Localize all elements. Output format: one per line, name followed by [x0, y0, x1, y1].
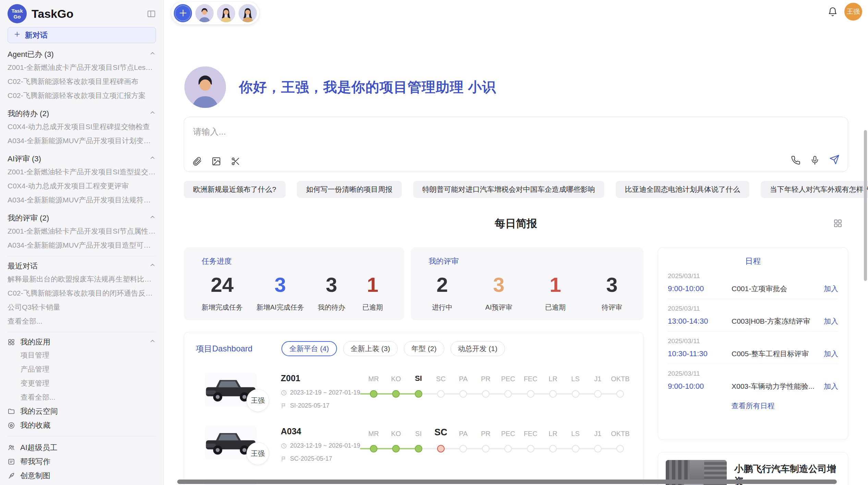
dashboard-tab[interactable]: 全新平台 (4): [281, 341, 337, 356]
stat: 3AI预评审: [485, 273, 513, 312]
sidebar-section-header-2[interactable]: AI评审 (3): [8, 153, 156, 165]
suggestion-chip[interactable]: 比亚迪全固态电池计划具体说了什么: [616, 181, 749, 198]
schedule-item: 2025/03/1110:30-11:30C005-整车工程目标评审加入: [668, 331, 838, 364]
schedule-join-link[interactable]: 加入: [824, 382, 838, 391]
scissors-icon[interactable]: [231, 157, 240, 166]
schedule-time: 9:00-10:00: [668, 284, 732, 293]
plus-icon: [13, 30, 21, 40]
dashboard-header: 项目Dashboard 全新平台 (4)全新上装 (3)年型 (2)动总开发 (…: [196, 341, 631, 356]
sidebar-section-header-3[interactable]: 我的评审 (2): [8, 212, 156, 224]
dashboard-tab[interactable]: 动总开发 (1): [450, 341, 505, 356]
new-session-button[interactable]: [174, 4, 192, 22]
agent-avatar-2[interactable]: [217, 4, 235, 22]
stat: 1已逾期: [359, 273, 386, 312]
sidebar-task-item[interactable]: Z001-全新燃油轻卡产品开发项目SI节点属性5D文件评审: [8, 224, 156, 238]
sidebar-tool[interactable]: 帮我写作: [8, 455, 156, 469]
stat: 3我的待办: [318, 273, 345, 312]
schedule-join-link[interactable]: 加入: [824, 284, 838, 294]
send-icon[interactable]: [829, 154, 840, 165]
sidebar-collapse-button[interactable]: [147, 9, 156, 18]
milestone-label-KO: KO: [385, 375, 407, 383]
sidebar-tool[interactable]: AI超级员工: [8, 440, 156, 455]
grid-layout-icon[interactable]: [833, 219, 843, 229]
sidebar-task-item[interactable]: A034-全新新能源MUV产品开发项目造型可行性评审: [8, 238, 156, 252]
recent-chat-item[interactable]: 查看全部...: [8, 314, 156, 328]
sidebar-task-item[interactable]: C02-飞腾新能源轻客改款项目里程碑画布: [8, 74, 156, 88]
feather-icon: [8, 472, 15, 480]
stat: 2进行中: [429, 273, 456, 312]
sidebar-link-star-badge[interactable]: 我的收藏: [8, 418, 156, 432]
sidebar-section-header-0[interactable]: Agent已办 (3): [8, 49, 156, 60]
notifications-bell-button[interactable]: [828, 7, 838, 18]
image-icon[interactable]: [212, 157, 221, 166]
stat-label: 新增AI完成任务: [256, 303, 304, 312]
agent-avatar-3[interactable]: [239, 4, 257, 22]
schedule-view-all-link[interactable]: 查看所有日程: [668, 401, 838, 411]
project-row-A034[interactable]: 王强A0342023-12-19 ~ 2026-01-19SC-2025-05-…: [196, 426, 631, 462]
schedule-join-link[interactable]: 加入: [824, 316, 838, 326]
app-item[interactable]: 项目管理: [8, 348, 156, 362]
milestone-label-PR: PR: [474, 430, 497, 438]
suggestion-chip[interactable]: 欧洲新规最近颁布了什么?: [184, 181, 286, 198]
schedule-name: C005-整车工程目标评审: [732, 349, 820, 359]
mic-icon[interactable]: [810, 156, 820, 165]
recent-chat-item[interactable]: C02-飞腾新能源轻客改款项目的闭环通告反馈情况: [8, 286, 156, 300]
milestone-dot-SC: [437, 445, 445, 452]
milestone-label-PR: PR: [474, 375, 497, 383]
sidebar-section-header-1[interactable]: 我的待办 (2): [8, 108, 156, 120]
chat-input[interactable]: [193, 127, 502, 137]
people-icon: [8, 444, 15, 451]
sidebar-task-item[interactable]: A034-全新新能源MUV产品开发项目法规符合性评审: [8, 193, 156, 207]
stat-label: 新增完成任务: [202, 303, 243, 312]
project-code: Z001: [281, 373, 362, 383]
grid-icon[interactable]: [833, 219, 843, 228]
stat-value: 2: [429, 273, 456, 297]
vertical-scrollbar[interactable]: [864, 130, 867, 281]
schedule-join-link[interactable]: 加入: [824, 349, 838, 359]
recent-chat-item[interactable]: 解释最新出台的欧盟报废车法规再生塑料比例被调至15%...: [8, 272, 156, 286]
sidebar-task-item[interactable]: C02-飞腾新能源轻客改款项目立项汇报方案: [8, 88, 156, 102]
app-item[interactable]: 查看全部...: [8, 390, 156, 404]
app-item[interactable]: 产品管理: [8, 362, 156, 376]
suggestion-chip[interactable]: 特朗普可能对进口汽车增税会对中国车企造成哪些影响: [413, 181, 604, 198]
sidebar-recent-header[interactable]: 最近对话: [8, 260, 156, 272]
schedule-date: 2025/03/11: [668, 337, 838, 345]
user-avatar[interactable]: 王强: [844, 3, 862, 21]
panel-collapse-icon: [147, 9, 156, 18]
agent-avatar-1[interactable]: [195, 4, 214, 22]
bell-icon[interactable]: [828, 7, 838, 17]
milestone-label-OKTB: OKTB: [609, 430, 631, 438]
milestone-dot-PR: [482, 445, 490, 452]
milestone-dot-LR: [549, 445, 557, 452]
stat-value: 3: [485, 273, 513, 297]
paperclip-icon[interactable]: [192, 157, 202, 166]
project-flag-milestone: SI-2025-05-17: [281, 402, 362, 409]
app-item[interactable]: 变更管理: [8, 376, 156, 390]
sidebar-task-item[interactable]: C0X4-动力总成开发项目工程变更评审: [8, 179, 156, 193]
milestone-dot-PEC: [504, 390, 512, 398]
chat-composer[interactable]: [184, 117, 848, 172]
sidebar-apps-header[interactable]: 我的应用: [8, 336, 156, 348]
new-chat-button[interactable]: 新对话: [8, 27, 156, 43]
dashboard-tab[interactable]: 全新上装 (3): [343, 341, 398, 356]
recent-chat-item[interactable]: 公司Q3轻卡销量: [8, 300, 156, 314]
stat-label: 已逾期: [359, 303, 386, 312]
horizontal-scrollbar[interactable]: [177, 480, 837, 484]
project-row-Z001[interactable]: 王强Z0012023-12-19 ~ 2027-01-19SI-2025-05-…: [196, 373, 631, 409]
sidebar-task-item[interactable]: Z001-全新燃油皮卡产品开发项目SI节点Lesson Learn报告: [8, 60, 156, 74]
sidebar-tool[interactable]: 创意制图: [8, 469, 156, 483]
sidebar-task-item[interactable]: A034-全新新能源MUV产品开发项目计划变更类编写: [8, 134, 156, 148]
sidebar-task-item[interactable]: Z001-全新燃油轻卡产品开发项目SI造型提交物评审: [8, 165, 156, 179]
milestone-dot-J1: [594, 445, 602, 452]
suggestion-chip[interactable]: 当下年轻人对汽车外观有怎样的喜好趋势: [761, 181, 868, 198]
suggestion-chip[interactable]: 如何写一份清晰的项目周报: [297, 181, 402, 198]
project-image: 王强: [205, 426, 257, 460]
person-illustration: [217, 4, 235, 22]
milestone-label-MR: MR: [362, 430, 385, 438]
dashboard-tab[interactable]: 年型 (2): [404, 341, 444, 356]
phone-icon[interactable]: [791, 156, 800, 165]
assistant-avatar: [184, 66, 226, 108]
sidebar-task-item[interactable]: C0X4-动力总成开发项目SI里程碑提交物检查: [8, 120, 156, 134]
milestone-label-SI: SI: [407, 430, 430, 438]
sidebar-link-cloud-folder[interactable]: 我的云空间: [8, 404, 156, 418]
